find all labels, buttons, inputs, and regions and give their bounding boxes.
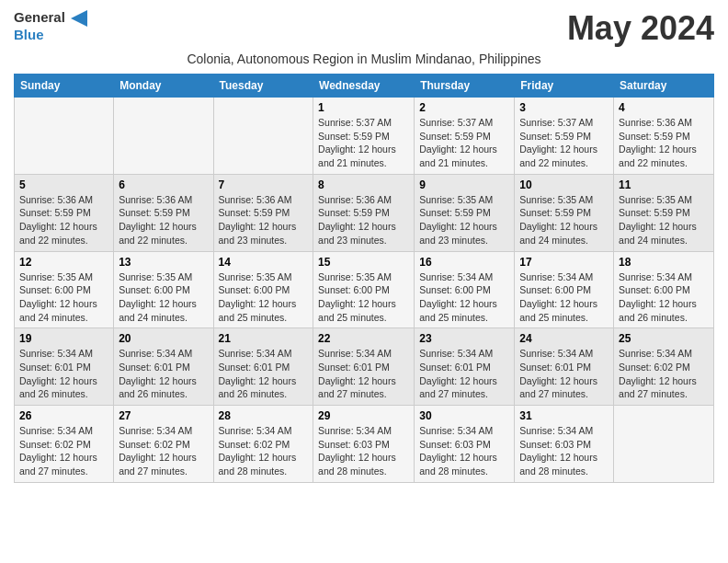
day-number: 19 [19, 332, 108, 345]
day-number: 17 [519, 256, 609, 269]
day-info: Sunrise: 5:34 AM Sunset: 6:02 PM Dayligh… [619, 347, 709, 401]
day-info: Sunrise: 5:36 AM Sunset: 5:59 PM Dayligh… [318, 193, 409, 247]
calendar-cell: 2Sunrise: 5:37 AM Sunset: 5:59 PM Daylig… [415, 98, 515, 175]
calendar-subtitle: Colonia, Autonomous Region in Muslim Min… [14, 52, 714, 66]
day-number: 2 [419, 101, 509, 114]
calendar-cell: 25Sunrise: 5:34 AM Sunset: 6:02 PM Dayli… [614, 328, 714, 406]
header-sunday: Sunday [15, 75, 114, 98]
day-number: 21 [219, 332, 309, 345]
day-info: Sunrise: 5:34 AM Sunset: 6:01 PM Dayligh… [219, 347, 309, 401]
day-info: Sunrise: 5:34 AM Sunset: 6:01 PM Dayligh… [119, 347, 208, 401]
day-number: 3 [519, 101, 609, 114]
day-info: Sunrise: 5:37 AM Sunset: 5:59 PM Dayligh… [519, 116, 609, 170]
day-info: Sunrise: 5:34 AM Sunset: 6:01 PM Dayligh… [519, 347, 609, 401]
calendar-cell: 14Sunrise: 5:35 AM Sunset: 6:00 PM Dayli… [213, 251, 313, 328]
day-info: Sunrise: 5:34 AM Sunset: 6:00 PM Dayligh… [619, 270, 709, 325]
day-number: 16 [419, 256, 509, 269]
calendar-cell: 30Sunrise: 5:34 AM Sunset: 6:03 PM Dayli… [415, 406, 515, 483]
day-number: 28 [219, 409, 309, 422]
header-thursday: Thursday [415, 75, 515, 98]
day-info: Sunrise: 5:34 AM Sunset: 6:00 PM Dayligh… [519, 270, 609, 325]
day-number: 20 [119, 332, 208, 345]
day-number: 18 [619, 256, 709, 269]
day-info: Sunrise: 5:35 AM Sunset: 6:00 PM Dayligh… [318, 270, 409, 325]
calendar-cell: 18Sunrise: 5:34 AM Sunset: 6:00 PM Dayli… [614, 251, 714, 328]
day-number: 15 [318, 256, 409, 269]
calendar-cell: 12Sunrise: 5:35 AM Sunset: 6:00 PM Dayli… [15, 251, 114, 328]
calendar-cell: 11Sunrise: 5:35 AM Sunset: 5:59 PM Dayli… [614, 174, 714, 251]
day-info: Sunrise: 5:35 AM Sunset: 6:00 PM Dayligh… [119, 270, 208, 325]
logo-general: General [14, 9, 87, 27]
calendar-cell [213, 98, 313, 175]
header-friday: Friday [515, 75, 614, 98]
calendar-cell: 3Sunrise: 5:37 AM Sunset: 5:59 PM Daylig… [515, 98, 614, 175]
calendar-cell [614, 406, 714, 483]
calendar-cell: 7Sunrise: 5:36 AM Sunset: 5:59 PM Daylig… [213, 174, 313, 251]
day-info: Sunrise: 5:34 AM Sunset: 6:01 PM Dayligh… [19, 347, 108, 401]
day-info: Sunrise: 5:35 AM Sunset: 5:59 PM Dayligh… [619, 193, 709, 247]
calendar-cell: 27Sunrise: 5:34 AM Sunset: 6:02 PM Dayli… [114, 406, 213, 483]
day-info: Sunrise: 5:35 AM Sunset: 6:00 PM Dayligh… [19, 270, 108, 325]
calendar-cell: 15Sunrise: 5:35 AM Sunset: 6:00 PM Dayli… [313, 251, 415, 328]
day-number: 24 [519, 332, 609, 345]
calendar-table: SundayMondayTuesdayWednesdayThursdayFrid… [14, 74, 714, 483]
calendar-cell: 10Sunrise: 5:35 AM Sunset: 5:59 PM Dayli… [515, 174, 614, 251]
calendar-cell: 19Sunrise: 5:34 AM Sunset: 6:01 PM Dayli… [15, 328, 114, 406]
logo-blue: Blue [14, 27, 87, 43]
header-saturday: Saturday [614, 75, 714, 98]
day-number: 27 [119, 409, 208, 422]
calendar-week-2: 5Sunrise: 5:36 AM Sunset: 5:59 PM Daylig… [15, 174, 714, 251]
calendar-cell: 22Sunrise: 5:34 AM Sunset: 6:01 PM Dayli… [313, 328, 415, 406]
day-number: 10 [519, 178, 609, 191]
day-number: 1 [318, 101, 409, 114]
day-info: Sunrise: 5:34 AM Sunset: 6:01 PM Dayligh… [419, 347, 509, 401]
header: General Blue May 2024 [14, 9, 714, 48]
day-info: Sunrise: 5:36 AM Sunset: 5:59 PM Dayligh… [119, 193, 208, 247]
day-number: 23 [419, 332, 509, 345]
day-info: Sunrise: 5:36 AM Sunset: 5:59 PM Dayligh… [219, 193, 309, 247]
calendar-cell: 9Sunrise: 5:35 AM Sunset: 5:59 PM Daylig… [415, 174, 515, 251]
day-info: Sunrise: 5:37 AM Sunset: 5:59 PM Dayligh… [419, 116, 509, 170]
day-info: Sunrise: 5:34 AM Sunset: 6:03 PM Dayligh… [419, 424, 509, 478]
day-info: Sunrise: 5:35 AM Sunset: 5:59 PM Dayligh… [419, 193, 509, 247]
calendar-week-3: 12Sunrise: 5:35 AM Sunset: 6:00 PM Dayli… [15, 251, 714, 328]
calendar-cell: 16Sunrise: 5:34 AM Sunset: 6:00 PM Dayli… [415, 251, 515, 328]
day-info: Sunrise: 5:34 AM Sunset: 6:02 PM Dayligh… [19, 424, 108, 478]
day-info: Sunrise: 5:34 AM Sunset: 6:01 PM Dayligh… [318, 347, 409, 401]
calendar-header-row: SundayMondayTuesdayWednesdayThursdayFrid… [15, 75, 714, 98]
calendar-cell: 1Sunrise: 5:37 AM Sunset: 5:59 PM Daylig… [313, 98, 415, 175]
calendar-cell: 28Sunrise: 5:34 AM Sunset: 6:02 PM Dayli… [213, 406, 313, 483]
day-number: 4 [619, 101, 709, 114]
calendar-cell: 6Sunrise: 5:36 AM Sunset: 5:59 PM Daylig… [114, 174, 213, 251]
day-number: 13 [119, 256, 208, 269]
day-info: Sunrise: 5:36 AM Sunset: 5:59 PM Dayligh… [619, 116, 709, 170]
day-number: 12 [19, 256, 108, 269]
header-tuesday: Tuesday [213, 75, 313, 98]
day-number: 7 [219, 178, 309, 191]
day-info: Sunrise: 5:35 AM Sunset: 6:00 PM Dayligh… [219, 270, 309, 325]
day-number: 6 [119, 178, 208, 191]
day-number: 5 [19, 178, 108, 191]
day-number: 8 [318, 178, 409, 191]
calendar-cell: 31Sunrise: 5:34 AM Sunset: 6:03 PM Dayli… [515, 406, 614, 483]
calendar-week-1: 1Sunrise: 5:37 AM Sunset: 5:59 PM Daylig… [15, 98, 714, 175]
month-title: May 2024 [567, 9, 714, 48]
day-info: Sunrise: 5:36 AM Sunset: 5:59 PM Dayligh… [19, 193, 108, 247]
calendar-cell [15, 98, 114, 175]
day-number: 14 [219, 256, 309, 269]
calendar-cell: 20Sunrise: 5:34 AM Sunset: 6:01 PM Dayli… [114, 328, 213, 406]
day-number: 9 [419, 178, 509, 191]
calendar-cell: 8Sunrise: 5:36 AM Sunset: 5:59 PM Daylig… [313, 174, 415, 251]
day-number: 11 [619, 178, 709, 191]
calendar-cell: 17Sunrise: 5:34 AM Sunset: 6:00 PM Dayli… [515, 251, 614, 328]
day-info: Sunrise: 5:34 AM Sunset: 6:02 PM Dayligh… [219, 424, 309, 478]
day-number: 30 [419, 409, 509, 422]
day-info: Sunrise: 5:35 AM Sunset: 5:59 PM Dayligh… [519, 193, 609, 247]
header-monday: Monday [114, 75, 213, 98]
calendar-cell: 4Sunrise: 5:36 AM Sunset: 5:59 PM Daylig… [614, 98, 714, 175]
header-wednesday: Wednesday [313, 75, 415, 98]
calendar-cell: 5Sunrise: 5:36 AM Sunset: 5:59 PM Daylig… [15, 174, 114, 251]
calendar-cell: 21Sunrise: 5:34 AM Sunset: 6:01 PM Dayli… [213, 328, 313, 406]
calendar-cell: 26Sunrise: 5:34 AM Sunset: 6:02 PM Dayli… [15, 406, 114, 483]
calendar-cell: 13Sunrise: 5:35 AM Sunset: 6:00 PM Dayli… [114, 251, 213, 328]
